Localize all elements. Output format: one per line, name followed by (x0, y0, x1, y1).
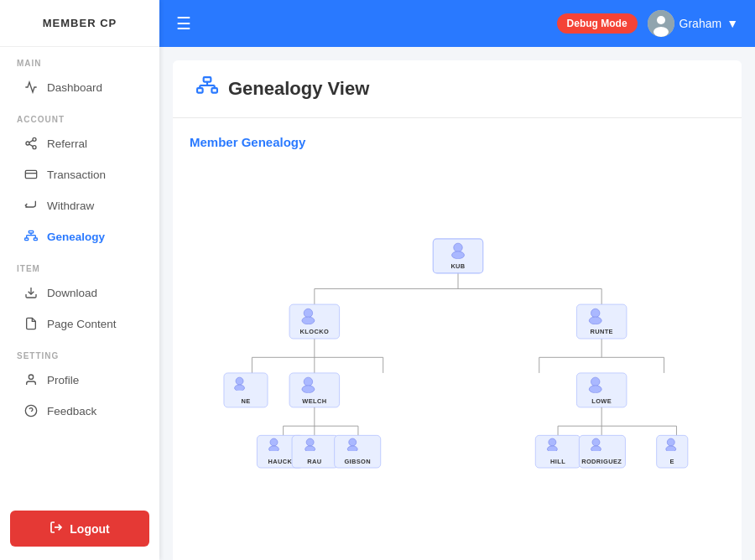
svg-point-0 (33, 137, 36, 141)
sidebar-item-feedback[interactable]: Feedback (7, 396, 153, 426)
sidebar-item-profile[interactable]: Profile (7, 365, 153, 395)
sidebar-item-dashboard[interactable]: Dashboard (7, 72, 153, 102)
chevron-down-icon: ▼ (726, 17, 738, 30)
svg-text:NE: NE (241, 397, 250, 405)
sidebar-item-withdraw[interactable]: Withdraw (7, 190, 153, 220)
svg-point-53 (589, 317, 601, 324)
svg-point-48 (304, 309, 312, 317)
svg-point-82 (306, 438, 314, 446)
sidebar-item-label-profile: Profile (47, 374, 79, 386)
sidebar-section-main: MAIN (0, 47, 159, 71)
svg-point-15 (29, 375, 33, 379)
genealogy-card: Member Genealogy 👤 (173, 118, 742, 560)
svg-rect-24 (211, 88, 216, 92)
sidebar-section-item: ITEM (0, 252, 159, 277)
logout-button[interactable]: Logout (10, 511, 149, 547)
svg-point-98 (667, 438, 674, 446)
logout-label: Logout (70, 522, 109, 536)
svg-text:KUB: KUB (450, 262, 465, 270)
svg-point-52 (591, 309, 600, 317)
svg-rect-22 (204, 77, 211, 81)
tree-container[interactable]: 👤 KUB (190, 163, 725, 548)
svg-text:RODRIGUEZ: RODRIGUEZ (581, 458, 622, 465)
referral-icon (23, 137, 39, 150)
page-icon (23, 317, 39, 330)
svg-rect-9 (34, 238, 37, 241)
sidebar-item-label-withdraw: Withdraw (47, 200, 94, 212)
svg-rect-5 (25, 170, 36, 178)
svg-text:WELCH: WELCH (302, 397, 326, 405)
logout-icon (49, 521, 63, 537)
sidebar-item-label-referral: Referral (47, 137, 87, 150)
download-icon (23, 286, 39, 299)
svg-point-86 (349, 438, 357, 446)
svg-rect-7 (29, 231, 33, 233)
avatar (648, 10, 674, 37)
page-title-icon (196, 75, 218, 102)
sidebar-item-transaction[interactable]: Transaction (7, 159, 153, 189)
sidebar-section-setting: SETTING (0, 340, 159, 364)
section-title: Member Genealogy (190, 135, 725, 149)
svg-point-56 (236, 377, 243, 385)
sidebar: MEMBER CP MAINDashboardACCOUNTReferralTr… (0, 0, 159, 560)
hamburger-icon[interactable]: ☰ (176, 13, 191, 34)
svg-line-4 (29, 140, 34, 143)
chart-icon (23, 80, 39, 94)
svg-point-64 (591, 377, 600, 386)
svg-text:E: E (670, 458, 674, 465)
topbar: ☰ Debug Mode Graham ▼ (159, 0, 755, 47)
svg-point-65 (589, 386, 601, 393)
svg-point-2 (33, 146, 36, 149)
svg-text:HAUCK: HAUCK (268, 458, 293, 465)
svg-point-21 (653, 27, 669, 37)
svg-point-94 (592, 438, 600, 446)
page-title: Genealogy View (228, 78, 369, 100)
sidebar-item-label-feedback: Feedback (47, 405, 96, 417)
sidebar-item-label-page-content: Page Content (47, 318, 117, 330)
svg-point-49 (302, 317, 315, 324)
svg-point-60 (304, 377, 312, 386)
svg-point-20 (657, 16, 665, 24)
svg-text:HILL: HILL (550, 458, 565, 465)
svg-point-90 (549, 438, 556, 446)
username: Graham (680, 17, 722, 30)
svg-point-36 (452, 251, 465, 259)
svg-text:GIBSON: GIBSON (344, 458, 371, 465)
withdraw-icon (23, 199, 39, 212)
svg-point-57 (235, 385, 245, 391)
content-area: Genealogy View Member Genealogy 👤 (159, 47, 755, 560)
svg-point-78 (270, 438, 278, 446)
page-header: Genealogy View (173, 60, 742, 118)
brand: MEMBER CP (0, 0, 159, 47)
sidebar-item-referral[interactable]: Referral (7, 128, 153, 158)
svg-text:LOWE: LOWE (591, 397, 612, 405)
profile-icon (23, 373, 39, 386)
sidebar-item-genealogy[interactable]: Genealogy (7, 221, 153, 251)
main-content: ☰ Debug Mode Graham ▼ Genealogy View Mem… (159, 0, 755, 560)
svg-text:KLOCKO: KLOCKO (300, 328, 329, 335)
svg-point-1 (26, 142, 29, 145)
transaction-icon (23, 168, 39, 181)
sidebar-item-page-content[interactable]: Page Content (7, 309, 153, 339)
svg-line-3 (29, 144, 34, 147)
feedback-icon (23, 404, 39, 417)
sidebar-item-label-transaction: Transaction (47, 169, 106, 181)
svg-point-61 (302, 386, 315, 393)
genealogy-icon (23, 230, 39, 243)
svg-rect-23 (197, 88, 203, 92)
sidebar-item-download[interactable]: Download (7, 277, 153, 308)
svg-text:RAU: RAU (307, 458, 321, 465)
debug-badge: Debug Mode (557, 13, 638, 34)
sidebar-item-label-genealogy: Genealogy (47, 231, 105, 243)
sidebar-item-label-download: Download (47, 287, 97, 299)
svg-text:RUNTE: RUNTE (590, 328, 612, 335)
svg-point-35 (454, 243, 462, 251)
sidebar-section-account: ACCOUNT (0, 103, 159, 127)
sidebar-item-label-dashboard: Dashboard (47, 81, 102, 94)
user-menu[interactable]: Graham ▼ (648, 10, 738, 37)
svg-rect-8 (25, 238, 29, 241)
